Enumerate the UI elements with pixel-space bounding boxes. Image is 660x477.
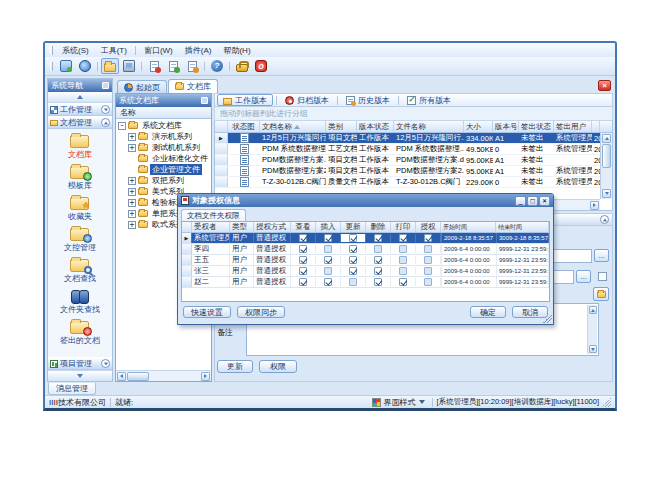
col-delete[interactable]: 删除 [366,222,391,232]
col-type[interactable]: 类型 [230,222,254,232]
scroll-left-button[interactable] [117,372,126,381]
nav-scroll-up[interactable] [48,92,112,103]
permission-checkbox[interactable] [299,278,307,286]
permission-checkbox[interactable] [324,267,332,275]
permission-checkbox[interactable] [299,256,307,264]
dialog-resize-grip[interactable] [543,314,552,323]
permission-button[interactable]: 权限 [259,360,297,373]
permission-checkbox[interactable] [299,245,307,253]
open-library-button[interactable] [101,58,119,74]
permission-checkbox[interactable] [349,245,357,253]
col-end-time[interactable]: 结束时间 [496,222,549,232]
menu-window[interactable]: 窗口(W) [138,45,179,56]
permission-checkbox[interactable] [399,245,407,253]
permission-checkbox[interactable] [399,278,407,286]
col-insert[interactable]: 插入 [316,222,341,232]
permission-checkbox[interactable] [374,267,382,275]
permission-row[interactable]: 赵二 用户 普通授权 2009-6-4 0:00:00 9999-12-31 2… [182,277,549,288]
tree-item[interactable]: - 系统文档库 [116,120,211,131]
tree-expander[interactable]: + [128,188,136,196]
tab-folder-permission[interactable]: 文档文件夹权限 [181,209,246,221]
permission-checkbox[interactable] [424,256,432,264]
col-update[interactable]: 更新 [341,222,366,232]
sidebar-item[interactable]: 收藏夹 [48,191,112,222]
permission-checkbox[interactable] [399,256,407,264]
exit-button[interactable]: O [252,58,270,74]
col-grantee[interactable]: 受权者 [192,222,230,232]
table-row[interactable]: T-Z-30-012B.C阀门图 质量文件 工作版本 T-Z-30-012B.C… [215,177,600,188]
menu-help[interactable]: 帮助(H) [217,45,256,56]
minimize-button[interactable]: _ [515,196,526,206]
permission-row[interactable]: 王五 用户 普通授权 2009-6-4 0:00:00 9999-12-31 2… [182,255,549,266]
permission-checkbox[interactable] [374,234,382,242]
textarea-scrollbar[interactable] [587,305,597,354]
permission-checkbox[interactable] [324,278,332,286]
ok-button[interactable]: 确定 [470,306,506,318]
menu-system[interactable]: 系统(S) [56,45,95,56]
permission-checkbox[interactable] [349,234,357,242]
permission-checkbox[interactable] [324,234,332,242]
table-row[interactable]: PDM 系统数据整理检... 工艺文档 工作版本 PDM 系统数据整理... 4… [215,144,600,155]
col-category[interactable]: 类别 [326,121,357,132]
tab-message-management[interactable]: 消息管理 [48,383,96,395]
tree-expander[interactable]: - [118,122,126,130]
tree-item[interactable]: 企业管理文件 [116,164,211,175]
col-checkout-state[interactable]: 签出状态 [519,121,554,132]
dialog-titlebar[interactable]: 对象授权信息 _ □ × [178,194,553,207]
scroll-thumb[interactable] [602,144,611,168]
tree-expander[interactable]: + [128,133,136,141]
toolbar-grip[interactable] [50,62,53,71]
col-print[interactable]: 打印 [391,222,416,232]
menu-grip[interactable] [50,46,53,55]
permission-checkbox[interactable] [299,234,307,242]
table-row[interactable]: 12月5日万兴隆同行... 项目文档 工作版本 12月5日万兴隆同行... 33… [215,133,600,144]
scroll-down-button[interactable] [589,345,597,353]
tree-expander[interactable]: + [128,210,136,218]
collapse-details-button[interactable] [600,215,609,224]
table-row[interactable]: PDM数据整理方案2.doc 项目文档 工作版本 PDM数据整理方案2.doc … [215,166,600,177]
sidebar-group-project[interactable]: 项目管理 [48,357,112,370]
doc-action2-button[interactable] [164,58,182,74]
permission-checkbox[interactable] [399,234,407,242]
permission-checkbox[interactable] [374,245,382,253]
col-size[interactable]: 大小 [464,121,493,132]
collapse-button[interactable] [101,359,110,368]
update-button[interactable]: 更新 [217,360,253,373]
col-auth-mode[interactable]: 授权方式 [254,222,291,232]
menu-plugins[interactable]: 插件(A) [179,45,218,56]
tree-expander[interactable]: + [128,199,136,207]
scroll-up-button[interactable] [602,134,611,143]
monitor-button[interactable] [57,58,75,74]
sidebar-group-docs[interactable]: 文档管理 [48,116,112,129]
ui-style-label[interactable]: 界面样式 [384,397,416,408]
sidebar-item[interactable]: 文件夹查找 [48,284,112,315]
sidebar-group-work[interactable]: 工作管理 [48,103,112,116]
scroll-right-button[interactable] [590,201,599,210]
pin-icon[interactable] [201,97,208,104]
tree-expander[interactable]: + [128,221,136,229]
version-tab-history[interactable]: 历史版本 [341,94,395,106]
tree-item[interactable]: + 测试机机系列 [116,142,211,153]
scroll-down-button[interactable] [602,189,611,198]
permission-checkbox[interactable] [424,267,432,275]
sidebar-item[interactable]: 文档库 [48,129,112,160]
permission-checkbox[interactable] [374,278,382,286]
permission-checkbox[interactable] [324,245,332,253]
sidebar-item[interactable]: 文控管理 [48,222,112,253]
tree-hscrollbar[interactable] [116,370,211,381]
col-verstate[interactable]: 版本状态 [357,121,394,132]
permission-checkbox[interactable] [424,278,432,286]
tree-item[interactable]: 企业标准化文件 [116,153,211,164]
collapse-button[interactable] [101,105,110,114]
col-clipped[interactable] [592,121,600,132]
sidebar-item[interactable]: 模板库 [48,160,112,191]
permission-checkbox[interactable] [349,267,357,275]
scroll-thumb[interactable] [127,372,149,381]
permission-checkbox[interactable] [424,245,432,253]
col-version[interactable]: 版本号 [493,121,519,132]
sidebar-item[interactable]: 文档查找 [48,253,112,284]
permission-checkbox[interactable] [424,234,432,242]
maximize-button[interactable]: □ [527,196,538,206]
tab-start-page[interactable]: 起始页 [117,80,167,93]
close-tab-button[interactable]: × [598,80,611,91]
